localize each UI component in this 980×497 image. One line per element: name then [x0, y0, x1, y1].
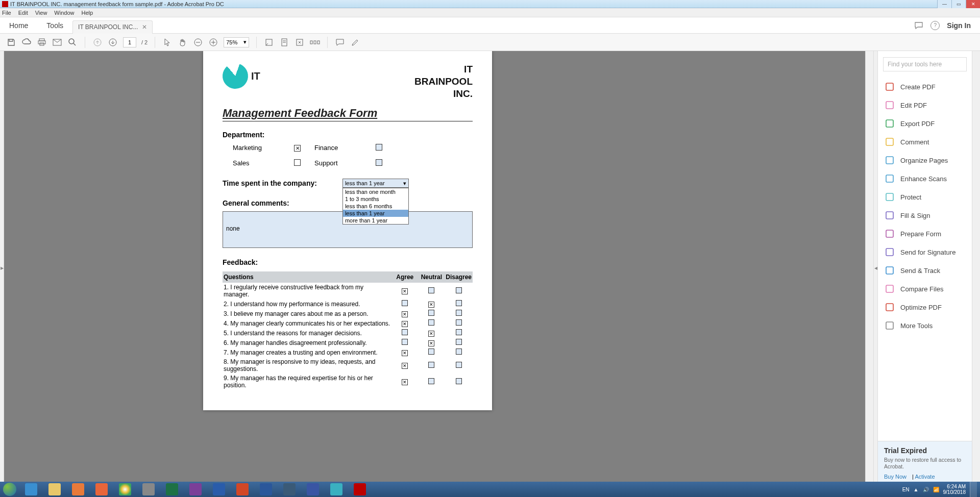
feedback-checkbox[interactable] — [456, 349, 462, 355]
tools-search[interactable]: Find your tools here — [883, 57, 967, 71]
tool-organize-pages[interactable]: Organize Pages — [878, 151, 972, 169]
feedback-checkbox[interactable] — [428, 287, 434, 293]
taskbar-app3[interactable] — [325, 482, 348, 497]
start-button[interactable] — [0, 482, 19, 497]
feedback-checkbox[interactable] — [456, 319, 462, 326]
highlight-icon[interactable] — [350, 37, 360, 47]
sign-in-link[interactable]: Sign In — [947, 21, 971, 30]
tool-more-tools[interactable]: More Tools — [878, 316, 972, 335]
page-up-icon[interactable] — [92, 37, 103, 47]
dept-checkbox-support[interactable] — [376, 159, 382, 166]
taskbar-acrobat[interactable] — [348, 482, 372, 497]
show-desktop-button[interactable] — [970, 482, 977, 497]
system-tray[interactable]: EN ▲ 🔊 📶 6:24 AM 9/10/2018 — [902, 482, 980, 497]
document-tab[interactable]: IT BRAINPOOL INC... ✕ — [72, 20, 153, 34]
time-option[interactable]: less than 6 months — [343, 203, 408, 210]
feedback-checkbox[interactable]: ✕ — [402, 311, 408, 317]
zoom-dropdown[interactable]: 75%▾ — [224, 37, 249, 47]
tray-flag-icon[interactable]: ▲ — [914, 487, 919, 492]
fit-width-icon[interactable] — [264, 37, 274, 47]
feedback-checkbox[interactable] — [456, 362, 462, 368]
feedback-checkbox[interactable] — [456, 378, 462, 384]
taskbar-explorer[interactable] — [43, 482, 66, 497]
feedback-checkbox[interactable] — [428, 310, 434, 316]
save-icon[interactable] — [6, 37, 16, 47]
scroll-mode-icon[interactable] — [310, 37, 320, 47]
home-tab[interactable]: Home — [0, 17, 37, 33]
tool-protect[interactable]: Protect — [878, 188, 972, 206]
feedback-checkbox[interactable] — [428, 362, 434, 368]
feedback-checkbox[interactable] — [402, 329, 408, 335]
time-option[interactable]: less than one month — [343, 188, 408, 195]
feedback-checkbox[interactable] — [428, 319, 434, 326]
page-number-input[interactable] — [123, 37, 136, 47]
taskbar-outlook[interactable] — [207, 482, 231, 497]
dept-checkbox-sales[interactable] — [294, 159, 301, 166]
tool-edit-pdf[interactable]: Edit PDF — [878, 96, 972, 114]
rotate-icon[interactable] — [295, 37, 305, 47]
hand-icon[interactable] — [178, 37, 188, 47]
feedback-checkbox[interactable]: ✕ — [402, 363, 408, 369]
taskbar-word[interactable] — [254, 482, 278, 497]
notifications-icon[interactable] — [914, 21, 923, 30]
page-down-icon[interactable] — [108, 37, 118, 47]
taskbar-app1[interactable] — [137, 482, 160, 497]
activate-link[interactable]: Activate — [915, 474, 935, 480]
taskbar-ie[interactable] — [19, 482, 43, 497]
cloud-icon[interactable] — [21, 37, 32, 47]
email-icon[interactable] — [52, 37, 62, 47]
taskbar-chrome[interactable] — [113, 482, 137, 497]
left-panel-toggle[interactable]: ▶ — [0, 51, 4, 485]
tray-network-icon[interactable]: 📶 — [933, 487, 939, 492]
tool-enhance-scans[interactable]: Enhance Scans — [878, 169, 972, 188]
comment-icon[interactable] — [335, 37, 345, 47]
feedback-checkbox[interactable]: ✕ — [428, 340, 434, 346]
zoom-in-icon[interactable] — [208, 37, 218, 47]
help-icon[interactable]: ? — [930, 21, 940, 30]
feedback-checkbox[interactable] — [402, 300, 408, 306]
canvas-scrollbar[interactable] — [865, 51, 873, 485]
tool-prepare-form[interactable]: Prepare Form — [878, 225, 972, 243]
taskbar-visio[interactable] — [301, 482, 325, 497]
taskbar-app2[interactable] — [278, 482, 301, 497]
feedback-checkbox[interactable] — [428, 349, 434, 355]
feedback-checkbox[interactable]: ✕ — [402, 379, 408, 385]
feedback-checkbox[interactable] — [456, 287, 462, 293]
maximize-button[interactable]: ▭ — [951, 0, 966, 8]
tool-comment[interactable]: Comment — [878, 133, 972, 151]
taskbar-powerpoint[interactable] — [231, 482, 254, 497]
menu-window[interactable]: Window — [54, 10, 74, 16]
tool-export-pdf[interactable]: Export PDF — [878, 114, 972, 133]
taskbar-firefox[interactable] — [90, 482, 113, 497]
buy-now-link[interactable]: Buy Now — [884, 474, 906, 480]
tool-send-for-signature[interactable]: Send for Signature — [878, 243, 972, 261]
feedback-checkbox[interactable]: ✕ — [402, 350, 408, 356]
right-panel-toggle[interactable]: ◀ — [873, 51, 877, 485]
zoom-out-icon[interactable] — [193, 37, 203, 47]
time-option[interactable]: more than 1 year — [343, 217, 408, 224]
pointer-icon[interactable] — [162, 37, 173, 47]
feedback-checkbox[interactable] — [456, 329, 462, 335]
menu-file[interactable]: File — [2, 10, 11, 16]
minimize-button[interactable]: — — [937, 0, 951, 8]
document-tab-close-icon[interactable]: ✕ — [142, 23, 147, 31]
feedback-checkbox[interactable]: ✕ — [428, 331, 434, 337]
close-button[interactable]: ✕ — [966, 0, 980, 8]
tool-compare-files[interactable]: Compare Files — [878, 280, 972, 298]
time-dropdown-list[interactable]: less than one month1 to 3 monthsless tha… — [342, 188, 409, 225]
feedback-checkbox[interactable]: ✕ — [428, 302, 434, 308]
feedback-checkbox[interactable] — [428, 378, 434, 384]
dept-checkbox-finance[interactable] — [376, 144, 382, 151]
time-option[interactable]: less than 1 year — [343, 210, 408, 217]
menu-help[interactable]: Help — [81, 10, 93, 16]
menu-edit[interactable]: Edit — [18, 10, 28, 16]
feedback-checkbox[interactable] — [456, 339, 462, 345]
feedback-checkbox[interactable]: ✕ — [402, 288, 408, 294]
document-canvas[interactable]: IT ITBRAINPOOLINC. Management Feedback F… — [4, 51, 865, 485]
feedback-checkbox[interactable] — [456, 300, 462, 306]
dept-checkbox-marketing[interactable]: ✕ — [294, 145, 301, 152]
feedback-checkbox[interactable] — [456, 310, 462, 316]
feedback-checkbox[interactable] — [402, 339, 408, 345]
taskbar-media[interactable] — [66, 482, 90, 497]
tray-sound-icon[interactable]: 🔊 — [923, 487, 929, 492]
